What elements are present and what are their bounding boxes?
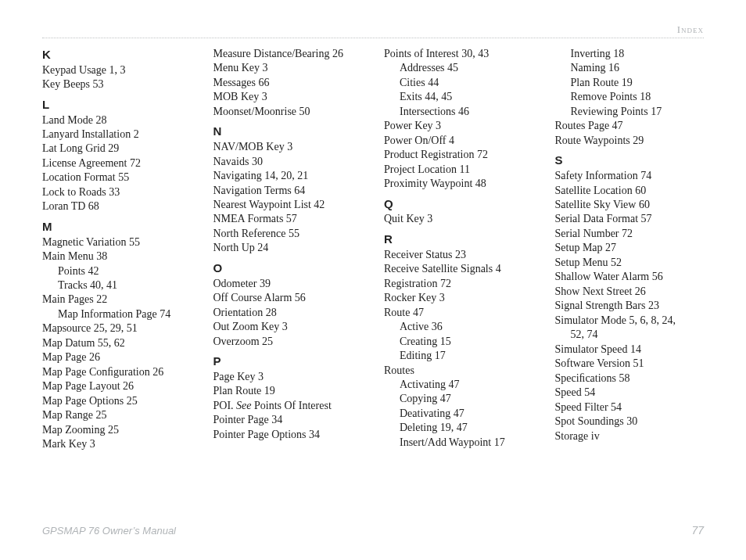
footer: GPSMAP 76 Owner’s Manual 77	[42, 524, 704, 537]
index-entry: Main Pages 22	[42, 293, 192, 307]
index-entry: Serial Data Format 57	[555, 212, 705, 226]
index-entry: Project Location 11	[384, 163, 533, 177]
index-entry: Lock to Roads 33	[42, 185, 192, 199]
index-entry: Software Version 51	[555, 357, 705, 371]
index-letter: Q	[384, 196, 533, 212]
index-letter: O	[213, 260, 363, 276]
index-column-4: Inverting 18Naming 16Plan Route 19Remove…	[555, 47, 705, 512]
index-subentry: Active 36	[400, 320, 533, 334]
index-entry: Receive Satellite Signals 4	[384, 262, 533, 276]
index-entry: Page Key 3	[213, 370, 363, 384]
index-subentry: Exits 44, 45	[400, 90, 533, 104]
index-entry: Power Key 3	[384, 119, 533, 133]
index-subentry: Editing 17	[400, 349, 533, 363]
index-entry: Setup Map 27	[555, 241, 705, 255]
index-entry: Pointer Page 34	[213, 413, 363, 427]
index-entry: Mark Key 3	[42, 437, 192, 451]
index-subentry: Reviewing Points 17	[571, 105, 705, 119]
index-entry: Registration 72	[384, 277, 533, 291]
index-entry: Simulator Speed 14	[555, 343, 705, 357]
index-subentry: Insert/Add Waypoint 17	[400, 436, 533, 450]
index-entry: Route Waypoints 29	[555, 134, 705, 148]
index-entry: Map Page Conﬁguration 26	[42, 365, 192, 379]
index-entry: Off Course Alarm 56	[213, 291, 363, 305]
index-entry: Routes	[384, 364, 533, 378]
page-header-label: Index	[677, 23, 704, 36]
index-entry: MOB Key 3	[213, 90, 363, 104]
index-entry: Map Page Options 25	[42, 394, 192, 408]
index-subentry: Addresses 45	[400, 61, 533, 75]
index-entry: Plan Route 19	[213, 384, 363, 398]
index-entry: Land Mode 28	[42, 113, 192, 127]
index-entry: Lanyard Installation 2	[42, 127, 192, 142]
index-entry: Odometer 39	[213, 277, 363, 291]
index-entry: Lat Long Grid 29	[42, 142, 192, 156]
index-entry: Map Page Layout 26	[42, 379, 192, 393]
index-subentry: Remove Points 18	[571, 90, 705, 104]
index-entry: Main Menu 38	[42, 249, 192, 264]
index-entry: Magnetic Variation 55	[42, 235, 192, 249]
index-entry: Route 47	[384, 306, 533, 320]
index-entry: Satellite Location 60	[555, 184, 705, 198]
index-entry: Navigation Terms 64	[213, 184, 363, 198]
index-entry: Proximity Waypoint 48	[384, 177, 533, 191]
index-subentry: Creating 15	[400, 335, 533, 349]
index-entry: NAV/MOB Key 3	[213, 140, 363, 154]
index-entry: Orientation 28	[213, 306, 363, 320]
footer-page-number: 77	[691, 524, 704, 537]
index-entry: Overzoom 25	[213, 335, 363, 349]
index-subentry: Cities 44	[400, 76, 533, 90]
index-entry: Quit Key 3	[384, 212, 533, 226]
index-entry: Rocker Key 3	[384, 291, 533, 305]
index-subentry: Tracks 40, 41	[58, 278, 192, 293]
index-entry: Shallow Water Alarm 56	[555, 270, 705, 284]
index-entry: Power On/Off 4	[384, 134, 533, 148]
index-entry: Map Zooming 25	[42, 423, 192, 437]
index-subentry: Naming 16	[571, 61, 705, 75]
index-entry: License Agreement 72	[42, 156, 192, 171]
index-entry: Setup Menu 52	[555, 256, 705, 270]
index-entry: Routes Page 47	[555, 119, 705, 133]
index-entry: North Up 24	[213, 241, 363, 255]
index-entry: Menu Key 3	[213, 61, 363, 75]
index-entry: Speed Filter 54	[555, 400, 705, 415]
index-column-2: Measure Distance/Bearing 26Menu Key 3Mes…	[213, 47, 363, 512]
index-subentry: Intersections 46	[400, 105, 533, 119]
index-subentry: Points 42	[58, 264, 192, 278]
index-entry: Speed 54	[555, 386, 705, 400]
index-entry: Receiver Status 23	[384, 248, 533, 262]
index-subentry: Deativating 47	[400, 407, 533, 421]
index-entry: Serial Number 72	[555, 227, 705, 241]
index-entry: POI. See Points Of Interest	[213, 399, 363, 413]
index-entry: Points of Interest 30, 43	[384, 47, 533, 61]
index-subentry: Activating 47	[400, 378, 533, 392]
index-subentry: Map Information Page 74	[58, 307, 192, 321]
index-entry: Mapsource 25, 29, 51	[42, 321, 192, 336]
index-entry: Location Format 55	[42, 171, 192, 185]
index-letter: L	[42, 97, 192, 113]
index-entry: Navaids 30	[213, 155, 363, 169]
index-continuation: 52, 74	[571, 328, 705, 342]
index-columns: KKeypad Usage 1, 3Key Beeps 53LLand Mode…	[42, 47, 704, 512]
index-entry: Show Next Street 26	[555, 285, 705, 299]
index-subentry: Copying 47	[400, 392, 533, 406]
index-entry: Map Datum 55, 62	[42, 336, 192, 350]
index-letter: M	[42, 219, 192, 235]
index-letter: N	[213, 124, 363, 139]
footer-title: GPSMAP 76 Owner’s Manual	[42, 525, 176, 537]
index-page: Index KKeypad Usage 1, 3Key Beeps 53LLan…	[0, 0, 746, 560]
index-entry: Navigating 14, 20, 21	[213, 169, 363, 183]
index-entry: Nearest Waypoint List 42	[213, 198, 363, 212]
index-entry: Safety Information 74	[555, 169, 705, 183]
index-entry: Loran TD 68	[42, 199, 192, 214]
index-entry: Spot Soundings 30	[555, 415, 705, 429]
index-subentry: Inverting 18	[571, 47, 705, 61]
index-entry: Key Beeps 53	[42, 77, 192, 92]
index-entry: Product Registration 72	[384, 148, 533, 162]
index-entry: Satellite Sky View 60	[555, 198, 705, 212]
index-entry: Speciﬁcations 58	[555, 372, 705, 386]
index-entry: Moonset/Moonrise 50	[213, 105, 363, 119]
index-subentry: Deleting 19, 47	[400, 421, 533, 435]
index-entry: Map Page 26	[42, 350, 192, 364]
index-entry: Keypad Usage 1, 3	[42, 63, 192, 77]
